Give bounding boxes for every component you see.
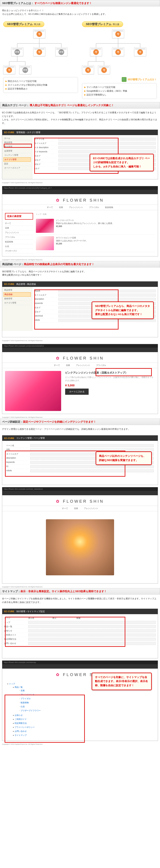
after-label: SEO管理プレミアム導入後 bbox=[82, 22, 123, 27]
product-image bbox=[5, 371, 61, 411]
admin-screenshot-3: EC-CUBEコンテンツ管理 › ページ管理 ページ名 URL タイトルタグ d… bbox=[2, 435, 158, 485]
sec4-title: サイトマップ：表示・非表示も簡単設定。サイト操作性向上とSEO効果も期待できます… bbox=[0, 588, 160, 594]
flower-category-shot: https://flower-shin.example.com/products… bbox=[2, 186, 158, 256]
intro-text: 売れるショッピングサイトを作りたい！！ そんなお声にお応えして、EC-CUBEに… bbox=[0, 8, 160, 18]
before-tree: 可 不可 可 不可 可 不可 bbox=[3, 29, 78, 75]
sec3-title: ページ詳細設定：固定ページやフリーページを的確にインデクシングできます！ bbox=[0, 418, 160, 425]
flower-sitemap-shot: https://flower-shin.example.com/sitemap … bbox=[2, 660, 158, 741]
flower-image-1 bbox=[36, 219, 54, 233]
before-info: ▶限定されたページで設定可能 ▶タイトルやメタなど限定的な項目が対象 ▶設定文字… bbox=[3, 77, 78, 93]
sec2-title: 商品詳細 ページ：商品特性での検索結果上位表示の可能性を最大化できます！ bbox=[0, 261, 160, 268]
sec1-title: 商品カテゴリ ページ： 導入前は不可能な商品カテゴリ ページも最適化しインデック… bbox=[0, 102, 160, 108]
admin-screenshot-4: EC-CUBESEO管理 › サイトマップ設定 ページ表示名表示階層 トップ 商… bbox=[2, 609, 158, 658]
flower-product-shot: https://flower-shin.example.com/products… bbox=[2, 344, 158, 414]
sec1-desc: EC-CUBEでは自動生成される商品カテゴリ ページも、「SEO管理プレミアム」… bbox=[0, 110, 160, 127]
main-title: SEO管理プレミアムとは： すべてのページを検索エンジン最適化できます！ bbox=[0, 0, 160, 6]
title-label: SEO管理プレミアムとは： bbox=[2, 2, 34, 5]
flower-icon: ✿ bbox=[56, 198, 60, 203]
flower-page-shot: https://flower-shin.example.com/user_dat… bbox=[2, 487, 158, 584]
sec3-desc: デザイン管理から追加できる固定ページ・フリーページのページ詳細設定でも、詳細な検… bbox=[0, 427, 160, 433]
callout-1: EC-CUBEでは自動生成される商品カテゴリ ページの詳細情報を設定できます。 … bbox=[90, 154, 154, 172]
eccube-logo: EC-CUBE bbox=[4, 131, 14, 133]
callout-2: SEO管理プレミアムなら、商品ページのメタタグやタイトルも詳細に編集できます。通… bbox=[91, 302, 154, 319]
sec2-desc: SEO管理プレミアムなら、商品ページのメタタグやタイトルも詳細に編集できます。 … bbox=[0, 269, 160, 279]
admin-screenshot-2: EC-CUBE商品管理 › 商品登録 商品管理商品登録規格管理カテゴリ管理 商品… bbox=[2, 281, 158, 337]
callout-4: すべてのページを対象に、サイトマップを自動生成できます。表示/非表示の選択、表示… bbox=[91, 673, 152, 690]
premium-only-badge: SEO管理プレミアムだけ！ bbox=[82, 77, 157, 82]
title-highlight: すべてのページを検索エンジン最適化できます！ bbox=[34, 2, 92, 5]
after-column: SEO管理プレミアム導入後 可 可 可 可 可 可 SEO管理プレミアムだけ！ … bbox=[82, 22, 157, 99]
comparison-diagram: SEO管理プレミアム導入前 可 不可 可 不可 可 不可 ▶限定されたページで設… bbox=[0, 18, 160, 102]
add-to-cart-button[interactable]: カートに入れる bbox=[65, 389, 89, 395]
product-price: ¥ 3,000 bbox=[65, 384, 155, 387]
after-tree: 可 可 可 可 可 可 bbox=[82, 29, 157, 75]
candle-image bbox=[46, 519, 114, 575]
admin-sidebar: ホーム 商品管理 受注管理 会員管理 コンテンツ管理 カテゴリ管理 設定 オーナ… bbox=[2, 135, 32, 179]
sidebar-active[interactable]: カテゴリ管理 bbox=[3, 157, 31, 162]
flower-image-2 bbox=[36, 236, 54, 250]
cart-icon bbox=[122, 77, 127, 82]
callout-3: 商品ページ以外のコンテンツページも、詳細なSEO施策を実施できます。 bbox=[96, 452, 152, 465]
admin-screenshot-1: EC-CUBE管理画面 › カテゴリ管理 ホーム 商品管理 受注管理 会員管理 … bbox=[2, 129, 158, 179]
before-label: SEO管理プレミアム導入前 bbox=[3, 22, 44, 27]
after-info: ▶サイト内全ページで設定可能 ▶Google検索エンジン最適化（SEO）準拠 ▶… bbox=[82, 83, 157, 99]
before-column: SEO管理プレミアム導入前 可 不可 可 不可 可 不可 ▶限定されたページで設… bbox=[3, 22, 78, 99]
category-h3: 花束の美容室 bbox=[5, 213, 33, 220]
sec4-desc: 全ページ対象にサイトマップを自動生成する機能を付加しました。サイト全体のページ階… bbox=[0, 596, 160, 607]
